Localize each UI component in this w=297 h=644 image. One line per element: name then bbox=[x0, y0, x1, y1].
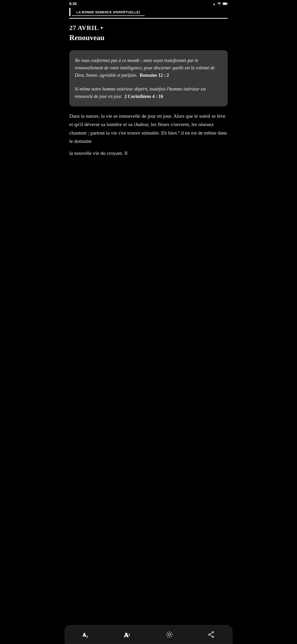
status-icons: ▲ bbox=[212, 2, 228, 6]
svg-rect-1 bbox=[223, 3, 226, 4]
svg-text:↓: ↓ bbox=[86, 634, 88, 638]
verse-reference-1: Romains 12 : 2 bbox=[140, 72, 169, 78]
bottom-toolbar: A ↓ A ↑ bbox=[65, 625, 232, 644]
brightness-button[interactable] bbox=[161, 629, 178, 640]
signal-icon: ▲ bbox=[212, 2, 216, 6]
svg-rect-2 bbox=[227, 3, 228, 4]
chevron-down-icon: ▾ bbox=[100, 25, 103, 31]
svg-line-15 bbox=[167, 636, 168, 637]
verse-reference-2: 2 Corinthiens 4 : 16 bbox=[124, 94, 163, 99]
svg-line-12 bbox=[167, 632, 168, 633]
svg-line-14 bbox=[171, 632, 172, 633]
status-bar: 8:36 ▲ bbox=[65, 0, 232, 8]
share-button[interactable] bbox=[203, 629, 220, 640]
partial-continuation: la nouvelle vie du croyant. Il bbox=[65, 145, 232, 176]
svg-line-19 bbox=[210, 633, 212, 634]
scripture-verse-2: Si même notre homme extérieur dépérit, t… bbox=[75, 85, 222, 100]
svg-text:A: A bbox=[83, 632, 86, 637]
svg-line-13 bbox=[171, 636, 172, 637]
date-text: 27 AVRIL bbox=[69, 24, 99, 32]
increase-font-button[interactable]: A ↑ bbox=[119, 629, 136, 640]
scripture-card: Ne vous conformez pas à ce monde ; mais … bbox=[69, 50, 228, 106]
time: 8:36 bbox=[69, 2, 77, 6]
wifi-icon bbox=[217, 2, 221, 6]
date-section[interactable]: 27 AVRIL ▾ bbox=[65, 19, 232, 32]
svg-point-7 bbox=[168, 634, 170, 636]
app-title: LA BONNE SEMENCE (PERPÉTUELLE) bbox=[72, 8, 144, 16]
battery-icon bbox=[223, 2, 228, 6]
devotional-body: Dans la nature, la vie se renouvelle de … bbox=[65, 112, 232, 145]
day-title: Renouveau bbox=[65, 32, 232, 46]
svg-text:A: A bbox=[124, 632, 128, 638]
svg-line-20 bbox=[210, 635, 212, 637]
decrease-font-button[interactable]: A ↓ bbox=[78, 629, 94, 640]
svg-text:↑: ↑ bbox=[128, 633, 130, 636]
scripture-text-1: Ne vous conformez pas à ce monde ; mais … bbox=[75, 57, 222, 79]
scripture-text-2: Si même notre homme extérieur dépérit, t… bbox=[75, 85, 222, 100]
scripture-verse-1: Ne vous conformez pas à ce monde ; mais … bbox=[75, 57, 222, 79]
header-container: LA BONNE SEMENCE (PERPÉTUELLE) bbox=[65, 8, 232, 19]
